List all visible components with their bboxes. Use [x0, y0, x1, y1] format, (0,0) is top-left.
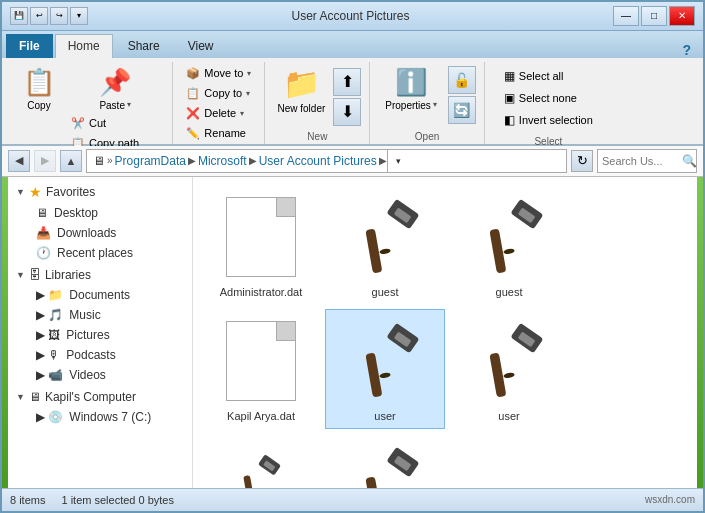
sidebar-item-music[interactable]: ▶ 🎵 Music	[8, 305, 192, 325]
bc-microsoft[interactable]: Microsoft	[198, 154, 247, 168]
new-item-btn2[interactable]: ⬇	[333, 98, 361, 126]
title-controls: — □ ✕	[613, 6, 695, 26]
minimize-button[interactable]: —	[613, 6, 639, 26]
file-item-user-2[interactable]: user	[449, 309, 569, 429]
selected-info: 1 item selected 0 bytes	[61, 494, 174, 506]
bc-user-account-pictures[interactable]: User Account Pictures	[259, 154, 377, 168]
sidebar-item-documents[interactable]: ▶ 📁 Documents	[8, 285, 192, 305]
videos-label: Videos	[69, 368, 105, 382]
svg-rect-18	[243, 475, 255, 488]
c-drive-label: Windows 7 (C:)	[69, 410, 151, 424]
delete-dropdown[interactable]: ▾	[240, 109, 244, 118]
sidebar-item-c-drive[interactable]: ▶ 💿 Windows 7 (C:)	[8, 407, 192, 427]
documents-icon: ▶ 📁	[36, 288, 63, 302]
search-input[interactable]	[602, 155, 682, 167]
close-button[interactable]: ✕	[669, 6, 695, 26]
select-none-button[interactable]: ▣ Select none	[497, 88, 600, 108]
properties-button[interactable]: ℹ️ Properties ▾	[378, 64, 444, 114]
back-button[interactable]: ◀	[8, 150, 30, 172]
window: 💾 ↩ ↪ ▾ User Account Pictures — □ ✕ File…	[0, 0, 705, 513]
ribbon-group-new: 📁 New folder ⬆ ⬇ New	[265, 62, 370, 144]
paste-button[interactable]: 📌 Paste ▾	[66, 64, 164, 112]
qa-undo-btn[interactable]: ↩	[30, 7, 48, 25]
refresh-button[interactable]: ↻	[571, 150, 593, 172]
invert-selection-button[interactable]: ◧ Invert selection	[497, 110, 600, 130]
sidebar-item-podcasts[interactable]: ▶ 🎙 Podcasts	[8, 345, 192, 365]
music-label: Music	[69, 308, 100, 322]
tab-home[interactable]: Home	[55, 34, 113, 58]
sidebar-item-pictures[interactable]: ▶ 🖼 Pictures	[8, 325, 192, 345]
qa-redo-btn[interactable]: ↪	[50, 7, 68, 25]
help-icon[interactable]: ?	[682, 42, 699, 58]
guest2-icon-wrapper	[464, 192, 554, 282]
rename-button[interactable]: ✏️ Rename	[181, 124, 256, 143]
guest2-hammer-icon	[469, 197, 549, 277]
podcasts-icon: ▶ 🎙	[36, 348, 60, 362]
tab-view[interactable]: View	[175, 34, 227, 58]
open-label: Open	[415, 129, 439, 144]
sidebar-item-desktop[interactable]: 🖥 Desktop	[8, 203, 192, 223]
search-icon[interactable]: 🔍	[682, 154, 697, 168]
tab-share[interactable]: Share	[115, 34, 173, 58]
address-dropdown-button[interactable]: ▾	[387, 150, 409, 172]
file-item-administrator-dat[interactable]: Administrator.dat	[201, 185, 321, 305]
copy-to-dropdown[interactable]: ▾	[246, 89, 250, 98]
user2-label: user	[498, 410, 519, 422]
new-folder-button[interactable]: 📁 New folder	[273, 64, 329, 116]
svg-point-3	[379, 248, 391, 255]
file-item-guest-2[interactable]: guest	[449, 185, 569, 305]
delete-icon: ❌	[186, 107, 200, 120]
tab-file[interactable]: File	[6, 34, 53, 58]
svg-rect-6	[489, 228, 506, 273]
sidebar-computer-header[interactable]: ▼ 🖥 Kapil's Computer	[8, 387, 192, 407]
select-all-icon: ▦	[504, 69, 515, 83]
sidebar-item-downloads[interactable]: 📥 Downloads	[8, 223, 192, 243]
guest1-hammer-icon	[345, 197, 425, 277]
new-item-buttons: ⬆ ⬇	[333, 64, 361, 126]
bc-programdata[interactable]: ProgramData	[115, 154, 186, 168]
file-item-guest-1[interactable]: guest	[325, 185, 445, 305]
computer-expand-icon: ▼	[16, 392, 25, 402]
user2-icon-wrapper	[464, 316, 554, 406]
sidebar-item-recent[interactable]: 🕐 Recent places	[8, 243, 192, 263]
select-btns: ▦ Select all ▣ Select none ◧ Invert sele…	[493, 64, 604, 132]
maximize-button[interactable]: □	[641, 6, 667, 26]
new-label: New	[307, 129, 327, 144]
move-to-button[interactable]: 📦 Move to ▾	[181, 64, 256, 83]
delete-button[interactable]: ❌ Delete ▾	[181, 104, 256, 123]
qa-dropdown-btn[interactable]: ▾	[70, 7, 88, 25]
copy-button[interactable]: 📋 Copy	[16, 64, 62, 114]
qa-save-btn[interactable]: 💾	[10, 7, 28, 25]
pictures-icon: ▶ 🖼	[36, 328, 60, 342]
new-item-btn1[interactable]: ⬆	[333, 68, 361, 96]
sidebar-favorites-header[interactable]: ▼ ★ Favorites	[8, 181, 192, 203]
paste-icon: 📌	[99, 67, 131, 98]
new-content: 📁 New folder ⬆ ⬇	[273, 62, 361, 127]
sidebar-computer-section: ▼ 🖥 Kapil's Computer ▶ 💿 Windows 7 (C:)	[8, 387, 192, 427]
up-button[interactable]: ▲	[60, 150, 82, 172]
sidebar-item-videos[interactable]: ▶ 📹 Videos	[8, 365, 192, 385]
open-btn1[interactable]: 🔓	[448, 66, 476, 94]
cut-button[interactable]: ✂️ Cut	[66, 114, 164, 133]
copy-to-button[interactable]: 📋 Copy to ▾	[181, 84, 256, 103]
sidebar-libraries-header[interactable]: ▼ 🗄 Libraries	[8, 265, 192, 285]
address-path[interactable]: 🖥 » ProgramData ▶ Microsoft ▶ User Accou…	[86, 149, 567, 173]
downloads-label: Downloads	[57, 226, 116, 240]
move-dropdown[interactable]: ▾	[247, 69, 251, 78]
user40-icon-wrapper	[216, 440, 306, 488]
rename-icon: ✏️	[186, 127, 200, 140]
file-item-user-1[interactable]: user	[325, 309, 445, 429]
paste-dropdown-arrow[interactable]: ▾	[127, 100, 131, 109]
file-item-user-40[interactable]: user-40	[201, 433, 321, 488]
properties-dropdown[interactable]: ▾	[433, 100, 437, 109]
file-item-user-200[interactable]: user-200	[325, 433, 445, 488]
pictures-label: Pictures	[66, 328, 109, 342]
file-item-kapil-arya[interactable]: Kapil Arya.dat	[201, 309, 321, 429]
sidebar-favorites-section: ▼ ★ Favorites 🖥 Desktop 📥 Downloads 🕐 Re…	[8, 181, 192, 263]
open-btn2[interactable]: 🔄	[448, 96, 476, 124]
forward-button[interactable]: ▶	[34, 150, 56, 172]
new-folder-label: New folder	[277, 103, 325, 114]
select-all-button[interactable]: ▦ Select all	[497, 66, 600, 86]
administrator-icon-wrapper	[216, 192, 306, 282]
sidebar: ▼ ★ Favorites 🖥 Desktop 📥 Downloads 🕐 Re…	[8, 177, 193, 488]
